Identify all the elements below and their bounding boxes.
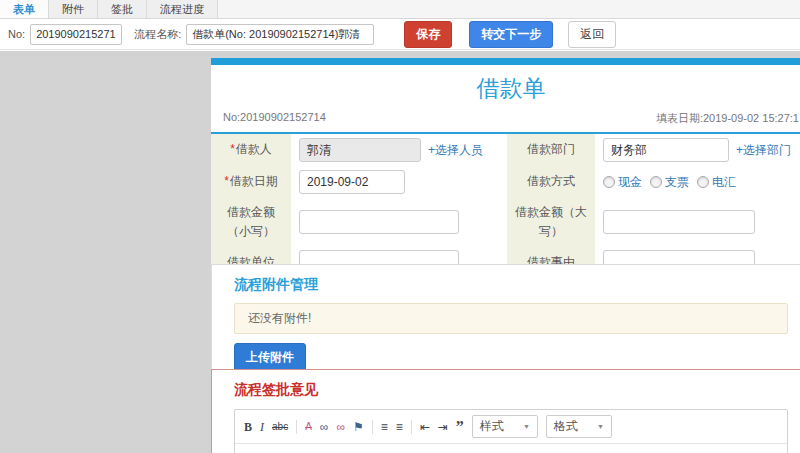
- remove-format-icon[interactable]: A: [305, 420, 312, 434]
- tab-form[interactable]: 表单: [0, 0, 49, 18]
- workspace: 借款单 No:20190902152714 填表日期:2019-09-02 15…: [0, 51, 800, 453]
- tab-attachment[interactable]: 附件: [49, 0, 98, 18]
- attachments-panel: 流程附件管理 还没有附件! 上传附件: [211, 264, 800, 383]
- approval-panel: 流程签批意见 B I abc A ∞ ∞ ⚑ ≡ ≡ ⇤ ⇥ ” 样式: [211, 369, 800, 453]
- link-icon[interactable]: ∞: [320, 420, 329, 434]
- tab-bar: 表单 附件 签批 流程进度: [0, 0, 800, 19]
- borrower-label: *借款人: [211, 134, 291, 166]
- toolbar-divider: [411, 420, 412, 434]
- italic-icon[interactable]: I: [260, 420, 264, 434]
- editor-content-area[interactable]: [235, 444, 787, 453]
- outdent-icon[interactable]: ⇤: [420, 420, 430, 434]
- tab-approval[interactable]: 签批: [98, 0, 147, 18]
- toolbar-divider: [372, 420, 373, 434]
- amount-upper-label: 借款金额（大写）: [507, 198, 595, 246]
- form-no-text: No:20190902152714: [223, 111, 326, 126]
- loan-method-field: 现金 支票 电汇: [595, 166, 800, 198]
- chevron-down-icon: ▼: [597, 423, 604, 430]
- next-step-button[interactable]: 转交下一步: [469, 21, 553, 48]
- radio-wire[interactable]: 电汇: [697, 174, 736, 191]
- radio-circle-icon[interactable]: [650, 176, 662, 188]
- toolbar-divider: [296, 420, 297, 434]
- anchor-flag-icon[interactable]: ⚑: [353, 420, 364, 434]
- editor-toolbar: B I abc A ∞ ∞ ⚑ ≡ ≡ ⇤ ⇥ ” 样式 ▼: [235, 410, 787, 444]
- required-mark: *: [224, 174, 229, 188]
- borrower-input[interactable]: [299, 138, 421, 162]
- department-input[interactable]: [603, 138, 729, 162]
- department-label: 借款部门: [507, 134, 595, 166]
- flow-name-input[interactable]: [186, 24, 374, 45]
- loan-date-input[interactable]: [299, 170, 405, 194]
- form-title: 借款单: [211, 65, 800, 108]
- indent-icon[interactable]: ⇥: [438, 420, 448, 434]
- amount-lower-label: 借款金额（小写）: [211, 198, 291, 246]
- form-fields-grid: *借款人 +选择人员 借款部门 +选择部门 *借款日期 借款方式: [211, 134, 800, 280]
- blockquote-icon[interactable]: ”: [456, 422, 464, 432]
- select-person-link[interactable]: +选择人员: [428, 142, 483, 159]
- form-date-text: 填表日期:2019-09-02 15:27:1: [656, 111, 799, 126]
- strikethrough-icon[interactable]: abc: [272, 420, 288, 434]
- loan-form-panel: 借款单 No:20190902152714 填表日期:2019-09-02 15…: [211, 58, 800, 280]
- approval-title: 流程签批意见: [234, 381, 788, 399]
- loan-method-radio-group: 现金 支票 电汇: [603, 174, 736, 191]
- attachments-title: 流程附件管理: [234, 276, 788, 294]
- rich-text-editor: B I abc A ∞ ∞ ⚑ ≡ ≡ ⇤ ⇥ ” 样式 ▼: [234, 409, 788, 453]
- no-label: No:: [8, 28, 25, 40]
- loan-date-label: *借款日期: [211, 166, 291, 198]
- styles-dropdown[interactable]: 样式 ▼: [472, 415, 538, 438]
- flow-name-label: 流程名称:: [134, 27, 181, 42]
- department-field: +选择部门: [595, 134, 800, 166]
- amount-upper-field: [595, 198, 800, 246]
- unlink-icon[interactable]: ∞: [336, 420, 345, 434]
- borrower-field: +选择人员: [291, 134, 507, 166]
- tab-progress[interactable]: 流程进度: [147, 0, 218, 18]
- back-button[interactable]: 返回: [568, 21, 616, 48]
- required-mark: *: [230, 142, 235, 156]
- upload-attachment-button[interactable]: 上传附件: [234, 343, 306, 372]
- bullet-list-icon[interactable]: ≡: [396, 420, 403, 434]
- form-top-accent-bar: [211, 58, 800, 65]
- select-department-link[interactable]: +选择部门: [736, 142, 791, 159]
- radio-cheque[interactable]: 支票: [650, 174, 689, 191]
- form-meta-row: No:20190902152714 填表日期:2019-09-02 15:27:…: [211, 108, 800, 134]
- format-dropdown[interactable]: 格式 ▼: [546, 415, 612, 438]
- bold-icon[interactable]: B: [244, 420, 252, 434]
- no-input[interactable]: [30, 24, 122, 45]
- no-attachments-alert: 还没有附件!: [234, 303, 788, 334]
- radio-circle-icon[interactable]: [697, 176, 709, 188]
- chevron-down-icon: ▼: [523, 423, 530, 430]
- loan-method-label: 借款方式: [507, 166, 595, 198]
- amount-lower-input[interactable]: [299, 210, 459, 234]
- radio-circle-icon[interactable]: [603, 176, 615, 188]
- save-button[interactable]: 保存: [404, 21, 452, 48]
- amount-lower-field: [291, 198, 507, 246]
- action-toolbar: No: 流程名称: 保存 转交下一步 返回: [0, 19, 800, 50]
- loan-date-field: [291, 166, 507, 198]
- ordered-list-icon[interactable]: ≡: [381, 420, 388, 434]
- amount-upper-input[interactable]: [603, 210, 755, 234]
- radio-cash[interactable]: 现金: [603, 174, 642, 191]
